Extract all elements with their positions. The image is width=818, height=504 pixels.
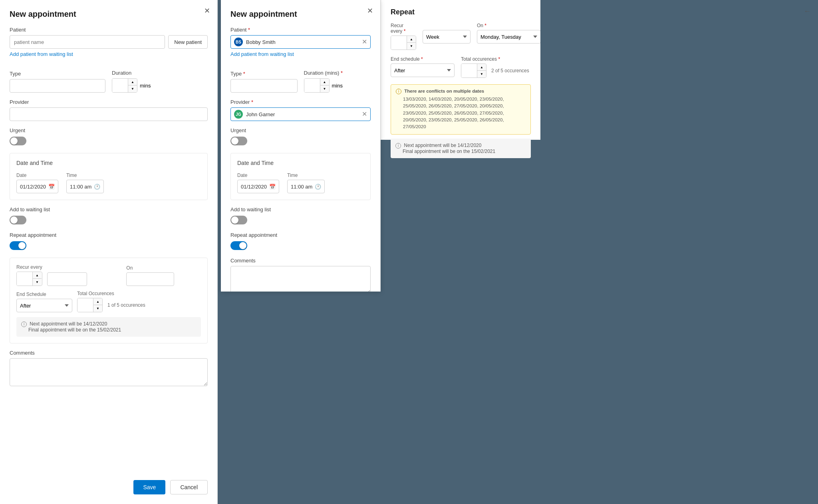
date-value-middle: 01/12/2020 — [241, 184, 267, 190]
end-schedule-label-left: End Schedule — [16, 292, 72, 297]
final-appt-text-left: Final appointment will be on the 15/02/2… — [28, 327, 121, 333]
occ-row-left: 5 ▲ ▼ 1 of 5 occurences — [77, 298, 145, 312]
add-waiting-toggle-left[interactable] — [10, 216, 26, 224]
cancel-button-left[interactable]: Cancel — [170, 480, 208, 494]
occ-value-right[interactable]: 5 — [461, 64, 477, 77]
duration-arrows-middle: ▲ ▼ — [320, 79, 329, 92]
recur-every-field-right: Recur every * 1 ▲ ▼ — [391, 23, 416, 50]
type-input-left[interactable]: check up — [10, 79, 105, 93]
urgent-toggle-left[interactable] — [10, 137, 26, 145]
recur-up-left[interactable]: ▲ — [33, 272, 42, 279]
final-appt-text-right: Final appointment will be on the 15/02/2… — [403, 149, 495, 154]
repeat-toggle-left[interactable] — [10, 241, 26, 250]
comments-label-left: Comments — [10, 350, 208, 356]
date-input-middle[interactable]: 01/12/2020 📅 — [237, 180, 279, 193]
add-waiting-link-left[interactable]: Add patient from waiting list — [10, 51, 73, 57]
provider-tag-close-middle[interactable]: ✕ — [362, 111, 367, 117]
duration-input-row-middle: 15 ▲ ▼ mins — [304, 78, 371, 93]
comments-textarea-middle[interactable] — [230, 266, 371, 292]
close-button-middle[interactable]: ✕ — [367, 7, 373, 14]
urgent-toggle-knob-middle — [231, 137, 238, 145]
recur-up-right[interactable]: ▲ — [407, 36, 416, 43]
calendar-icon-middle: 📅 — [269, 184, 276, 190]
occ-down-left[interactable]: ▼ — [93, 305, 102, 312]
recur-value-right[interactable]: 1 — [391, 36, 407, 50]
type-group-middle: Type * Immunisation — [230, 71, 298, 93]
provider-group-middle: Provider * JG John Garner ✕ — [230, 99, 371, 121]
recur-down-left[interactable]: ▼ — [33, 279, 42, 286]
recur-value-left[interactable]: 2 — [17, 272, 33, 286]
provider-group-left: Provider John Smith — [10, 99, 208, 121]
recur-unit-input-left[interactable]: weeks — [47, 272, 87, 286]
end-schedule-label-right: End schedule * — [391, 56, 455, 62]
add-waiting-label-left: Add to waiting list — [10, 206, 208, 212]
time-label-left: Time — [66, 173, 104, 178]
date-value-left: 01/12/2020 — [20, 184, 46, 190]
date-time-row-left: Date 01/12/2020 📅 Time 11:00 am 🕐 — [16, 173, 201, 193]
week-select-right[interactable]: Week — [423, 30, 471, 44]
back-button-right[interactable]: ← — [804, 7, 811, 16]
recur-spinner-right: 1 ▲ ▼ — [391, 36, 416, 50]
add-waiting-link-middle[interactable]: Add patient from waiting list — [230, 51, 294, 57]
patient-name-input-left[interactable] — [10, 35, 165, 49]
comments-group-middle: Comments — [230, 258, 371, 292]
date-time-section-middle: Date and Time Date 01/12/2020 📅 Time 11:… — [230, 153, 371, 200]
recur-unit-label-left — [47, 265, 122, 271]
recur-down-right[interactable]: ▼ — [407, 43, 416, 50]
duration-up-left[interactable]: ▲ — [128, 79, 137, 85]
duration-down-middle[interactable]: ▼ — [320, 85, 329, 92]
time-input-middle[interactable]: 11:00 am 🕐 — [287, 180, 325, 193]
new-patient-button-left[interactable]: New patient — [168, 35, 208, 49]
middle-panel: ✕ New appointment Patient * BS Bobby Smi… — [221, 0, 381, 292]
comments-textarea-left[interactable] — [10, 358, 208, 386]
end-schedule-select-right[interactable]: After — [391, 63, 455, 77]
on-input-left[interactable]: Monday — [126, 272, 174, 286]
provider-input-left[interactable]: John Smith — [10, 107, 208, 121]
close-button-left[interactable]: ✕ — [204, 7, 210, 14]
urgent-toggle-middle[interactable] — [230, 137, 247, 145]
type-input-middle[interactable]: Immunisation — [230, 79, 298, 93]
occ-value-left[interactable]: 5 — [77, 298, 93, 312]
patient-avatar-middle: BS — [234, 38, 243, 46]
next-appt-box-right: i Next appointment will be 14/12/2020 Fi… — [391, 139, 531, 158]
add-waiting-toggle-middle[interactable] — [230, 216, 247, 224]
on-select-right[interactable]: Monday, Tuesday — [477, 30, 541, 44]
save-button-left[interactable]: Save — [133, 480, 165, 494]
repeat-toggle-middle[interactable] — [230, 241, 247, 250]
on-label-right: On * — [477, 23, 541, 28]
warning-icon-right: i — [396, 89, 401, 94]
end-schedule-select-left[interactable]: After — [16, 299, 72, 312]
occ-up-left[interactable]: ▲ — [93, 298, 102, 305]
duration-down-left[interactable]: ▼ — [128, 85, 137, 92]
duration-group-left: Duration 15 ▲ ▼ mins — [112, 70, 208, 93]
duration-value-middle[interactable]: 15 — [304, 79, 320, 92]
patient-name-tag-middle: Bobby Smith — [246, 39, 359, 45]
warning-title-right: There are conflicts on multiple dates — [404, 89, 484, 93]
patient-input-row-left: New patient — [10, 35, 208, 49]
date-time-title-left: Date and Time — [16, 160, 201, 166]
occ-spinner-right: 5 ▲ ▼ — [461, 63, 486, 78]
date-input-left[interactable]: 01/12/2020 📅 — [16, 180, 58, 193]
patient-section-middle: Patient * BS Bobby Smith ✕ Add patient f… — [230, 27, 371, 63]
background-area — [540, 0, 818, 504]
add-waiting-knob-middle — [231, 216, 238, 224]
clock-icon-middle: 🕐 — [315, 184, 321, 190]
time-input-left[interactable]: 11:00 am 🕐 — [66, 180, 104, 193]
occ-down-right[interactable]: ▼ — [477, 71, 486, 77]
duration-up-middle[interactable]: ▲ — [320, 79, 329, 85]
duration-value-left[interactable]: 15 — [112, 79, 128, 92]
urgent-label-left: Urgent — [10, 127, 208, 133]
date-time-row-middle: Date 01/12/2020 📅 Time 11:00 am 🕐 — [237, 173, 364, 193]
occ-arrows-right: ▲ ▼ — [477, 64, 486, 77]
date-time-section-left: Date and Time Date 01/12/2020 📅 Time 11:… — [10, 153, 208, 200]
end-schedule-field-right: End schedule * After — [391, 56, 455, 78]
left-panel: ✕ New appointment Patient New patient Ad… — [0, 0, 218, 504]
urgent-toggle-knob-left — [10, 137, 18, 145]
provider-label-middle: Provider * — [230, 99, 371, 105]
repeat-toggle-knob-left — [18, 242, 26, 249]
repeat-label-left: Repeat appointment — [10, 232, 208, 238]
occ-up-right[interactable]: ▲ — [477, 64, 486, 71]
type-duration-row-middle: Type * Immunisation Duration (mins) * 15… — [230, 70, 371, 99]
provider-name-tag-middle: John Garner — [246, 111, 359, 117]
patient-tag-close-middle[interactable]: ✕ — [362, 39, 367, 45]
